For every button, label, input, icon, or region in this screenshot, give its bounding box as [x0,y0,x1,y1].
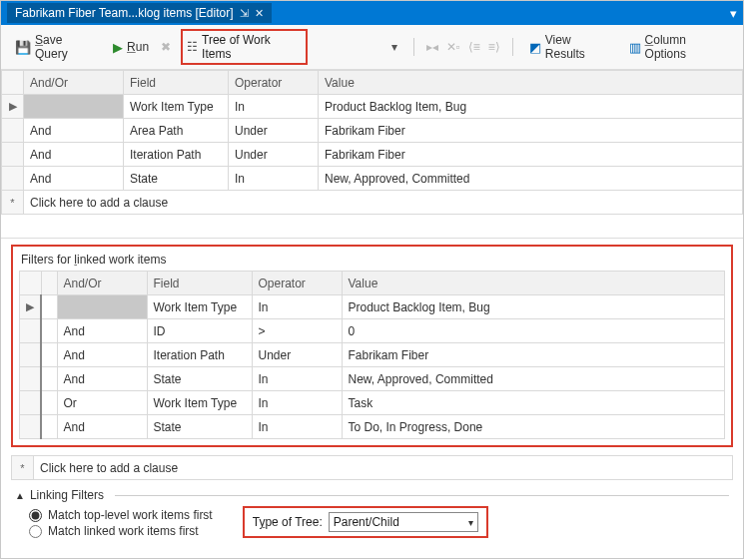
clause-row[interactable]: AndArea PathUnderFabrikam Fiber [2,119,743,143]
value-cell[interactable]: To Do, In Progress, Done [342,415,725,439]
andor-cell[interactable] [24,95,124,119]
title-bar: Fabrikam Fiber Team...klog items [Editor… [1,1,743,25]
andor-cell[interactable]: And [57,319,147,343]
andor-cell[interactable]: And [57,343,147,367]
document-tab[interactable]: Fabrikam Fiber Team...klog items [Editor… [7,3,272,23]
marker-header [20,272,42,295]
clause-row[interactable]: AndID>0 [20,319,725,343]
view-results-label: View Results [545,33,613,61]
match-linked-radio[interactable]: Match linked work items first [29,524,213,538]
clause-row[interactable]: AndStateInNew, Approved, Committed [20,367,725,391]
clause-row[interactable]: ▶Work Item TypeInProduct Backlog Item, B… [2,95,743,119]
operator-cell[interactable]: Under [252,343,342,367]
clause-toolbar: ▸◂ ✕▫ ⟨≡ ≡⟩ [424,40,502,54]
grid-header-row: And/Or Field Operator Value [20,272,725,295]
field-cell[interactable]: State [147,415,252,439]
delete-clause-icon[interactable]: ✕▫ [444,40,462,54]
clause-row[interactable]: ▶Work Item TypeInProduct Backlog Item, B… [20,295,725,319]
match-top-radio[interactable]: Match top-level work items first [29,508,213,522]
value-cell[interactable]: Fabrikam Fiber [319,143,743,167]
row-marker [2,143,24,167]
andor-cell[interactable]: And [57,367,147,391]
linked-add-clause[interactable]: * Click here to add a clause [11,455,733,480]
separator [512,38,513,56]
run-label: Run [127,40,149,54]
close-icon[interactable]: ✕ [255,7,264,20]
tree-of-work-items-dropdown[interactable]: ☷ Tree of Work Items [181,29,307,65]
linking-filters-header[interactable]: ▲ Linking Filters [15,488,729,502]
match-linked-input[interactable] [29,525,42,538]
andor-cell[interactable]: And [24,119,124,143]
row-marker [20,319,42,343]
query-clauses-grid[interactable]: And/Or Field Operator Value ▶Work Item T… [1,70,743,215]
field-cell[interactable]: State [124,167,229,191]
match-linked-label: Match linked work items first [48,524,199,538]
group-bracket [41,343,57,367]
field-cell[interactable]: Iteration Path [124,143,229,167]
andor-cell[interactable]: Or [57,391,147,415]
match-top-input[interactable] [29,509,42,522]
value-header: Value [342,272,725,295]
type-of-tree-box: Type of Tree: Parent/Child ▾ [243,506,488,538]
column-options-button[interactable]: ▥ Column Options [623,31,735,63]
operator-cell[interactable]: In [252,391,342,415]
chevron-down-icon[interactable]: ▾ [468,517,473,528]
operator-cell[interactable]: In [229,167,319,191]
field-cell[interactable]: Work Item Type [147,391,252,415]
clause-row[interactable]: AndIteration PathUnderFabrikam Fiber [20,343,725,367]
value-cell[interactable]: New, Approved, Committed [319,167,743,191]
operator-cell[interactable]: In [252,367,342,391]
andor-cell[interactable] [57,295,147,319]
ungroup-icon[interactable]: ≡⟩ [486,40,502,54]
run-button[interactable]: ▶ Run [107,38,155,57]
save-label: Save Query [35,33,97,61]
operator-cell[interactable]: Under [229,143,319,167]
view-results-button[interactable]: ◩ View Results [523,31,619,63]
linked-filters-title: Filters for linked work items [19,253,725,267]
refresh-icon[interactable]: ✖ [161,40,171,54]
group-icon[interactable]: ⟨≡ [466,40,482,54]
clause-row[interactable]: AndIteration PathUnderFabrikam Fiber [2,143,743,167]
andor-cell[interactable]: And [24,143,124,167]
add-clause-text: Click here to add a clause [24,191,743,215]
value-cell[interactable]: Fabrikam Fiber [319,119,743,143]
field-cell[interactable]: Work Item Type [147,295,252,319]
row-marker: ▶ [20,295,42,319]
field-cell[interactable]: ID [147,319,252,343]
andor-cell[interactable]: And [57,415,147,439]
operator-cell[interactable]: Under [229,119,319,143]
type-of-tree-dropdown[interactable]: Parent/Child ▾ [329,512,478,532]
value-cell[interactable]: New, Approved, Committed [342,367,725,391]
add-clause-text: Click here to add a clause [34,456,733,480]
value-cell[interactable]: Fabrikam Fiber [342,343,725,367]
value-cell[interactable]: Product Backlog Item, Bug [342,295,725,319]
add-clause-icon[interactable]: ▸◂ [424,40,440,54]
operator-cell[interactable]: In [229,95,319,119]
field-cell[interactable]: Iteration Path [147,343,252,367]
clause-row[interactable]: AndStateInTo Do, In Progress, Done [20,415,725,439]
save-query-button[interactable]: 💾 Save Query [9,31,103,63]
clause-row[interactable]: OrWork Item TypeInTask [20,391,725,415]
value-cell[interactable]: 0 [342,319,725,343]
pin-icon[interactable]: ⇲ [240,7,249,20]
group-bracket [41,319,57,343]
field-cell[interactable]: Area Path [124,119,229,143]
window-dropdown-icon[interactable]: ▾ [730,6,737,21]
value-cell[interactable]: Task [342,391,725,415]
value-cell[interactable]: Product Backlog Item, Bug [319,95,743,119]
clause-row[interactable]: AndStateInNew, Approved, Committed [2,167,743,191]
field-cell[interactable]: Work Item Type [124,95,229,119]
field-cell[interactable]: State [147,367,252,391]
operator-cell[interactable]: In [252,295,342,319]
operator-cell[interactable]: > [252,319,342,343]
andor-cell[interactable]: And [24,167,124,191]
linked-clauses-grid[interactable]: And/Or Field Operator Value ▶Work Item T… [19,271,725,439]
operator-header: Operator [229,71,319,95]
group-bracket [41,415,57,439]
bracket-header [41,272,57,295]
chevron-down-icon[interactable]: ▾ [391,40,397,54]
operator-cell[interactable]: In [252,415,342,439]
add-clause-row[interactable]: * Click here to add a clause [2,191,743,215]
collapse-icon[interactable]: ▲ [15,490,25,501]
tree-label: Tree of Work Items [202,33,301,61]
